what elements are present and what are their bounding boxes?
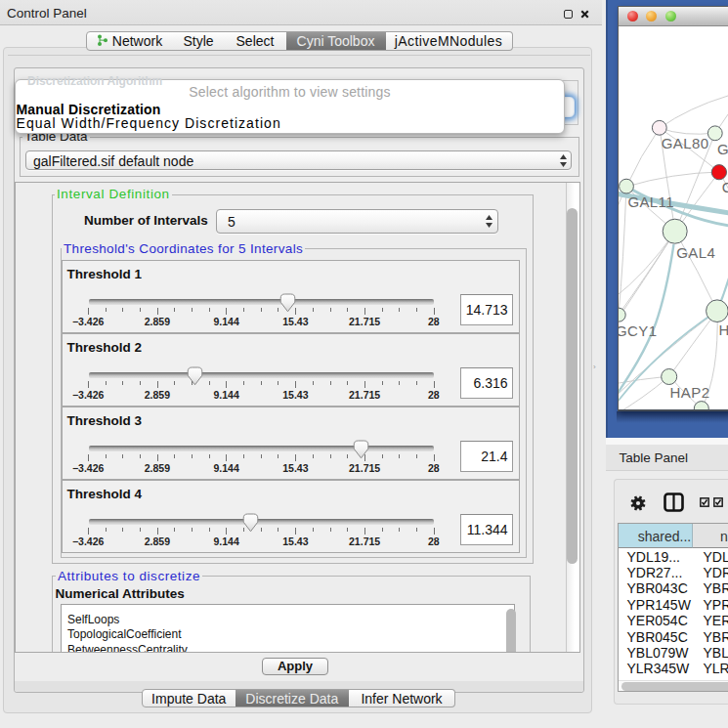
svg-text:HAP2: HAP2	[670, 383, 710, 400]
svg-text:GAL11: GAL11	[627, 193, 674, 209]
svg-text:C: C	[722, 179, 728, 195]
svg-text:GAL80: GAL80	[662, 135, 709, 151]
svg-text:GAL4: GAL4	[676, 243, 715, 260]
svg-text:H: H	[719, 321, 728, 337]
svg-text:GCY1: GCY1	[619, 322, 657, 339]
svg-text:GA: GA	[717, 141, 728, 157]
